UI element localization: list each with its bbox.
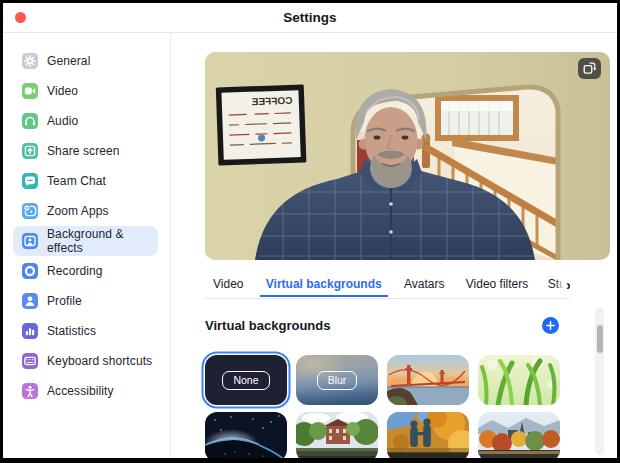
background-option-blur[interactable]: Blur — [296, 355, 378, 405]
title-bar: Settings — [3, 3, 617, 33]
grass-thumbnail — [478, 355, 560, 405]
sidebar-item-label: Audio — [47, 114, 78, 128]
background-option-label: Blur — [317, 371, 358, 390]
sidebar-item-label: General — [47, 54, 90, 68]
sidebar-item-video[interactable]: Video — [13, 76, 158, 106]
tab-virtual-backgrounds[interactable]: Virtual backgrounds — [260, 275, 388, 297]
sidebar-item-label: Zoom Apps — [47, 204, 109, 218]
record-icon — [22, 263, 38, 279]
sidebar-item-keyboard-shortcuts[interactable]: Keyboard shortcuts — [13, 346, 158, 376]
statue-thumbnail — [387, 412, 469, 458]
tabs-overflow-chevron-icon[interactable]: › — [556, 276, 570, 293]
accessibility-icon — [22, 383, 38, 399]
tab-avatars[interactable]: Avatars — [404, 275, 444, 297]
sidebar-item-recording[interactable]: Recording — [13, 256, 158, 286]
sidebar-item-profile[interactable]: Profile — [13, 286, 158, 316]
close-button[interactable] — [15, 12, 26, 23]
sidebar-item-label: Profile — [47, 294, 82, 308]
video-camera-icon — [22, 83, 38, 99]
sidebar-item-label: Background & effects — [47, 227, 158, 255]
window-body: General Video Audio Share screen — [3, 33, 617, 458]
plus-icon — [546, 321, 555, 330]
background-option-golden-gate[interactable] — [387, 355, 469, 405]
campus-thumbnail — [296, 412, 378, 458]
background-effects-icon — [22, 233, 38, 249]
rotate-video-button[interactable] — [578, 58, 601, 79]
sidebar-item-share-screen[interactable]: Share screen — [13, 136, 158, 166]
camera-preview-image: COFFEE — [205, 52, 610, 260]
section-header: Virtual backgrounds — [205, 317, 559, 334]
sidebar-item-label: Accessibility — [47, 384, 114, 398]
sidebar-item-audio[interactable]: Audio — [13, 106, 158, 136]
autumn-town-thumbnail — [478, 412, 560, 458]
settings-window: Settings General Video Audio — [0, 0, 620, 463]
share-screen-icon — [22, 143, 38, 159]
sidebar-item-label: Statistics — [47, 324, 96, 338]
background-option-grass[interactable] — [478, 355, 560, 405]
add-background-button[interactable] — [542, 317, 559, 334]
camera-preview: COFFEE — [205, 52, 610, 260]
scrollbar-thumb[interactable] — [597, 325, 603, 353]
keyboard-icon — [22, 353, 38, 369]
zoom-apps-icon — [22, 203, 38, 219]
sidebar-item-team-chat[interactable]: Team Chat — [13, 166, 158, 196]
sidebar-item-label: Team Chat — [47, 174, 106, 188]
sidebar-item-statistics[interactable]: Statistics — [13, 316, 158, 346]
scrollbar[interactable] — [595, 308, 604, 455]
person-icon — [22, 293, 38, 309]
backgrounds-grid: None Blur — [205, 355, 560, 458]
svg-text:COFFEE: COFFEE — [251, 95, 292, 107]
sidebar-item-label: Share screen — [47, 144, 120, 158]
earth-thumbnail — [205, 412, 287, 458]
background-option-none[interactable]: None — [205, 355, 287, 405]
sidebar-item-background-effects[interactable]: Background & effects — [13, 226, 158, 256]
golden-gate-thumbnail — [387, 355, 469, 405]
background-option-campus[interactable] — [296, 412, 378, 458]
background-option-earth[interactable] — [205, 412, 287, 458]
sidebar-item-accessibility[interactable]: Accessibility — [13, 376, 158, 406]
background-effects-panel: COFFEE — [171, 33, 617, 458]
tabs-bar: Video Virtual backgrounds Avatars Video … — [205, 275, 570, 299]
sidebar-item-label: Recording — [47, 264, 103, 278]
section-title: Virtual backgrounds — [205, 318, 330, 333]
headphones-icon — [22, 113, 38, 129]
background-option-statue[interactable] — [387, 412, 469, 458]
bar-chart-icon — [22, 323, 38, 339]
sidebar-item-label: Keyboard shortcuts — [47, 354, 152, 368]
sidebar-item-label: Video — [47, 84, 78, 98]
window-title: Settings — [283, 10, 336, 25]
sidebar-item-general[interactable]: General — [13, 46, 158, 76]
tab-video-filters[interactable]: Video filters — [466, 275, 528, 297]
background-option-autumn-town[interactable] — [478, 412, 560, 458]
sidebar-item-zoom-apps[interactable]: Zoom Apps — [13, 196, 158, 226]
background-option-label: None — [222, 371, 269, 390]
settings-sidebar: General Video Audio Share screen — [3, 33, 171, 458]
chat-bubble-icon — [22, 173, 38, 189]
gear-icon — [22, 53, 38, 69]
rotate-icon — [582, 61, 597, 76]
tab-video[interactable]: Video — [213, 275, 243, 297]
